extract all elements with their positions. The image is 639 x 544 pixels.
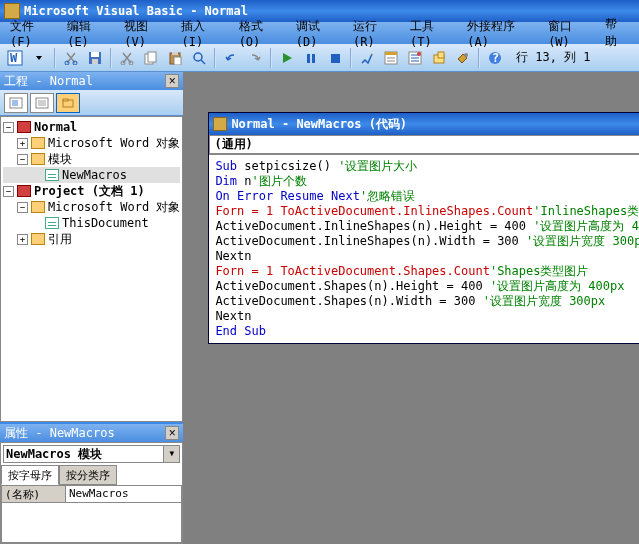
toolbar: W ? 行 13, 列 1 [0,44,639,72]
left-panel: 工程 - Normal × −Normal +Microsoft Word 对象… [0,72,183,544]
menubar[interactable]: 文件(F) 编辑(E) 视图(V) 插入(I) 格式(O) 调试(D) 运行(R… [0,22,639,44]
project-tree[interactable]: −Normal +Microsoft Word 对象 −模块 NewMacros… [0,116,183,422]
cut-icon[interactable] [60,47,82,69]
pause-icon[interactable] [300,47,322,69]
menu-help[interactable]: 帮助 [599,14,635,52]
svg-text:?: ? [492,51,499,65]
chevron-down-icon[interactable]: ▾ [163,446,179,462]
tree-modules[interactable]: −模块 [3,151,180,167]
project-pane-tabs [0,90,183,116]
prop-name-val[interactable]: NewMacros [66,485,182,503]
svg-point-14 [194,53,202,61]
svg-rect-16 [312,54,315,63]
svg-rect-13 [174,57,181,65]
toggle-folders-tab[interactable] [56,93,80,113]
cut2-icon[interactable] [116,47,138,69]
copy-icon[interactable] [140,47,162,69]
toolbox-icon[interactable] [452,47,474,69]
view-code-tab[interactable] [4,93,28,113]
props-object-combo[interactable]: ▾ [3,445,180,463]
object-browser-icon[interactable] [428,47,450,69]
find-icon[interactable] [188,47,210,69]
svg-rect-29 [38,100,46,106]
tree-refs[interactable]: +引用 [3,231,180,247]
menu-run[interactable]: 运行(R) [347,16,404,51]
svg-rect-19 [385,52,397,55]
svg-rect-12 [172,52,178,55]
design-icon[interactable] [356,47,378,69]
menu-window[interactable]: 窗口(W) [542,16,599,51]
props-tab-cat[interactable]: 按分类序 [59,465,117,485]
menu-tools[interactable]: 工具(T) [404,16,461,51]
svg-rect-6 [92,59,98,64]
prop-name-key: (名称) [1,485,66,503]
props-tab-alpha[interactable]: 按字母序 [1,465,59,485]
svg-text:W: W [10,51,18,65]
undo-icon[interactable] [220,47,242,69]
menu-debug[interactable]: 调试(D) [290,16,347,51]
tree-thisdoc[interactable]: ThisDocument [3,215,180,231]
prop-row-name[interactable]: (名称) NewMacros [1,485,182,503]
svg-rect-15 [307,54,310,63]
code-scope-combo[interactable]: (通用) ▾ [209,135,639,154]
props-pane-close-icon[interactable]: × [165,426,179,440]
props-pane-title: 属性 - NewMacros × [0,424,183,442]
project-pane-close-icon[interactable]: × [165,74,179,88]
properties-pane: 属性 - NewMacros × ▾ 按字母序 按分类序 (名称) NewMac… [0,422,183,544]
tree-newmacros[interactable]: NewMacros [3,167,180,183]
tree-project[interactable]: −Project (文档 1) [3,183,180,199]
project-explorer-icon[interactable] [380,47,402,69]
menu-insert[interactable]: 插入(I) [175,16,232,51]
paste-icon[interactable] [164,47,186,69]
code-window: Normal - NewMacros (代码) (通用) ▾ Sub setpi… [208,112,639,344]
svg-rect-10 [148,52,156,62]
save-icon[interactable] [84,47,106,69]
svg-rect-17 [331,54,340,63]
word-icon[interactable]: W [4,47,26,69]
svg-rect-23 [438,52,444,58]
svg-rect-5 [91,52,99,57]
svg-point-24 [464,53,468,57]
props-object-input[interactable] [4,447,163,461]
project-pane-title: 工程 - Normal × [0,72,183,90]
document-icon [45,217,59,229]
redo-icon[interactable] [244,47,266,69]
svg-rect-31 [63,99,68,101]
properties-icon[interactable] [404,47,426,69]
tree-word-obj[interactable]: +Microsoft Word 对象 [3,135,180,151]
tree-word-obj2[interactable]: −Microsoft Word 对象 [3,199,180,215]
code-editor[interactable]: Sub setpicsize() '设置图片大小 Dim n'图片个数 On E… [209,155,639,343]
menu-format[interactable]: 格式(O) [233,16,290,51]
view-object-tab[interactable] [30,93,54,113]
svg-point-21 [417,52,421,56]
code-window-titlebar[interactable]: Normal - NewMacros (代码) [209,113,639,135]
menu-edit[interactable]: 编辑(E) [61,16,118,51]
menu-addins[interactable]: 外接程序(A) [461,16,542,51]
tree-normal[interactable]: −Normal [3,119,180,135]
code-window-icon [213,117,227,131]
dropdown-icon[interactable] [28,47,50,69]
help-icon[interactable]: ? [484,47,506,69]
menu-view[interactable]: 视图(V) [118,16,175,51]
menu-file[interactable]: 文件(F) [4,16,61,51]
stop-icon[interactable] [324,47,346,69]
mdi-area: Normal - NewMacros (代码) (通用) ▾ Sub setpi… [183,72,639,544]
cursor-position: 行 13, 列 1 [516,49,591,66]
run-icon[interactable] [276,47,298,69]
